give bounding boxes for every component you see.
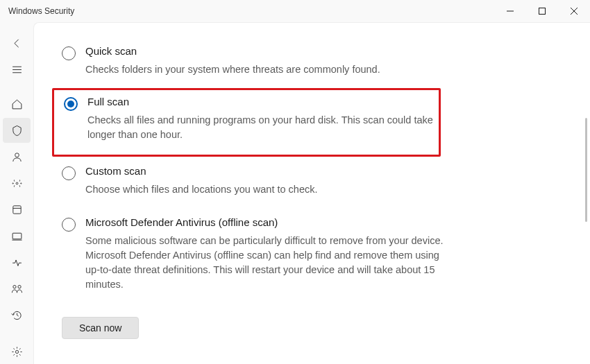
radio-custom[interactable] [62, 166, 76, 180]
sidebar-item-firewall-network[interactable] [3, 171, 31, 196]
svg-rect-1 [539, 8, 546, 15]
sidebar-item-settings[interactable] [3, 339, 31, 364]
sidebar-item-app-browser-control[interactable] [3, 197, 31, 222]
radio-quick[interactable] [62, 46, 76, 60]
option-description: Choose which files and locations you wan… [85, 182, 450, 197]
radio-full[interactable] [64, 97, 78, 111]
option-description: Checks folders in your system where thre… [85, 62, 450, 77]
window-controls [494, 0, 590, 22]
option-title: Microsoft Defender Antivirus (offline sc… [85, 216, 450, 228]
scrollbar-thumb[interactable] [585, 118, 587, 222]
svg-rect-11 [12, 233, 22, 239]
sidebar-item-virus-protection[interactable] [3, 118, 31, 143]
close-button[interactable] [558, 0, 590, 22]
scan-option-custom[interactable]: Custom scan Choose which files and locat… [62, 157, 450, 208]
svg-point-15 [15, 350, 18, 353]
minimize-button[interactable] [494, 0, 526, 22]
radio-offline[interactable] [62, 218, 76, 232]
maximize-button[interactable] [526, 0, 558, 22]
svg-point-8 [16, 182, 18, 184]
main-content: Quick scan Checks folders in your system… [33, 22, 590, 364]
sidebar-item-protection-history[interactable] [3, 302, 31, 327]
sidebar-item-family-options[interactable] [3, 276, 31, 301]
scan-now-button[interactable]: Scan now [62, 317, 139, 339]
menu-button[interactable] [3, 57, 31, 82]
scan-option-offline[interactable]: Microsoft Defender Antivirus (offline sc… [62, 208, 450, 303]
svg-point-13 [12, 285, 15, 288]
option-title: Full scan [87, 96, 435, 107]
option-description: Checks all files and running programs on… [87, 113, 435, 142]
svg-rect-9 [12, 205, 20, 213]
option-title: Quick scan [85, 45, 450, 57]
svg-point-7 [15, 153, 19, 157]
sidebar [0, 22, 33, 364]
titlebar: Windows Security [0, 0, 590, 22]
window-title: Windows Security [8, 6, 494, 16]
sidebar-item-account-protection[interactable] [3, 144, 31, 169]
sidebar-item-device-performance[interactable] [3, 250, 31, 275]
svg-point-14 [17, 285, 20, 288]
sidebar-item-device-security[interactable] [3, 223, 31, 248]
option-description: Some malicious software can be particula… [85, 234, 450, 292]
scan-option-full[interactable]: Full scan Checks all files and running p… [52, 88, 441, 157]
option-title: Custom scan [85, 165, 450, 177]
sidebar-item-home[interactable] [3, 92, 31, 116]
scan-option-quick[interactable]: Quick scan Checks folders in your system… [62, 37, 450, 88]
back-button[interactable] [3, 31, 31, 55]
